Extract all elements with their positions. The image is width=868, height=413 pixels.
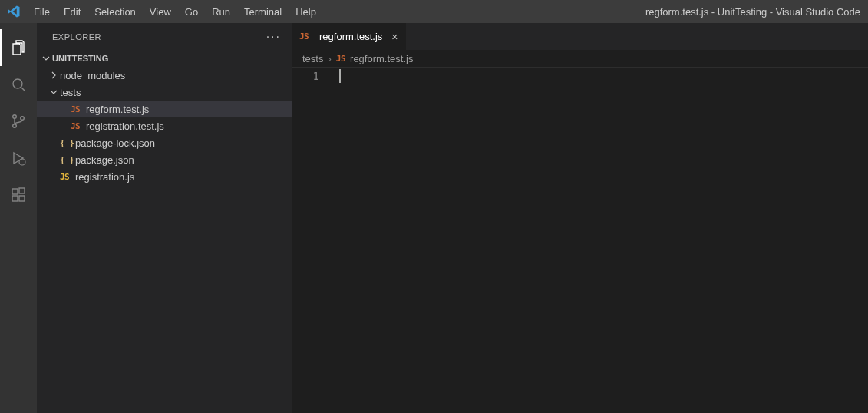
menu-help[interactable]: Help bbox=[289, 2, 323, 22]
menu-file[interactable]: File bbox=[27, 2, 57, 22]
js-file-icon: JS bbox=[336, 54, 345, 64]
svg-point-0 bbox=[13, 79, 22, 88]
js-file-icon: JS bbox=[71, 121, 86, 131]
tree-folder-node-modules[interactable]: node_modules bbox=[37, 67, 292, 84]
line-number: 1 bbox=[292, 69, 319, 84]
explorer-section-header[interactable]: UNITTESTING bbox=[37, 50, 292, 67]
tree-file-registration-js[interactable]: JS registration.js bbox=[37, 168, 292, 185]
search-icon bbox=[9, 75, 28, 94]
tree-file-regform-test[interactable]: JS regform.test.js bbox=[37, 101, 292, 117]
tree-label: registration.js bbox=[75, 171, 134, 183]
activity-explorer[interactable] bbox=[0, 29, 37, 66]
svg-rect-6 bbox=[12, 189, 18, 194]
sidebar-title: EXPLORER bbox=[52, 32, 101, 41]
editor-body[interactable]: 1 bbox=[292, 67, 868, 413]
activity-search[interactable] bbox=[0, 66, 37, 103]
more-actions-icon[interactable]: ··· bbox=[266, 30, 281, 44]
menu-selection[interactable]: Selection bbox=[87, 2, 142, 22]
window-title: regform.test.js - UnitTesting - Visual S… bbox=[645, 6, 860, 18]
tree-label: registration.test.js bbox=[86, 121, 164, 132]
breadcrumb-folder[interactable]: tests bbox=[302, 53, 323, 64]
svg-rect-9 bbox=[19, 188, 25, 193]
js-file-icon: JS bbox=[299, 31, 315, 41]
tree-file-registration-test[interactable]: JS registration.test.js bbox=[37, 117, 292, 134]
chevron-down-icon bbox=[48, 88, 60, 97]
tree-label: node_modules bbox=[60, 70, 125, 81]
tree-file-package-lock[interactable]: { } package-lock.json bbox=[37, 134, 292, 151]
editor-group: JS regform.test.js × tests › JS regform.… bbox=[292, 23, 868, 413]
breadcrumb-file[interactable]: regform.test.js bbox=[350, 53, 413, 64]
activity-run-debug[interactable] bbox=[0, 140, 37, 177]
main-area: EXPLORER ··· UNITTESTING node_modules te… bbox=[0, 23, 868, 413]
close-icon[interactable]: × bbox=[387, 31, 398, 43]
svg-point-3 bbox=[13, 124, 17, 128]
menu-edit[interactable]: Edit bbox=[57, 2, 87, 22]
text-cursor bbox=[339, 69, 341, 83]
activity-extensions[interactable] bbox=[0, 177, 37, 213]
tree-label: tests bbox=[60, 87, 81, 98]
breadcrumbs[interactable]: tests › JS regform.test.js bbox=[292, 50, 868, 67]
files-icon bbox=[9, 38, 28, 57]
svg-point-4 bbox=[21, 117, 25, 121]
svg-point-2 bbox=[13, 115, 17, 119]
tab-regform-test[interactable]: JS regform.test.js × bbox=[292, 23, 406, 50]
line-number-gutter: 1 bbox=[292, 68, 339, 413]
activity-source-control[interactable] bbox=[0, 103, 37, 140]
svg-point-5 bbox=[19, 159, 25, 165]
file-tree: node_modules tests JS regform.test.js JS… bbox=[37, 67, 292, 185]
json-file-icon: { } bbox=[60, 138, 75, 148]
section-label: UNITTESTING bbox=[52, 54, 108, 63]
menu-terminal[interactable]: Terminal bbox=[237, 2, 289, 22]
chevron-down-icon bbox=[40, 54, 52, 63]
menu-bar: File Edit Selection View Go Run Terminal… bbox=[27, 2, 323, 22]
vscode-logo-icon bbox=[0, 5, 27, 18]
js-file-icon: JS bbox=[60, 172, 75, 182]
svg-line-1 bbox=[21, 88, 25, 91]
menu-go[interactable]: Go bbox=[178, 2, 205, 22]
json-file-icon: { } bbox=[60, 155, 75, 165]
editor-tabs: JS regform.test.js × bbox=[292, 23, 868, 50]
js-file-icon: JS bbox=[71, 104, 86, 114]
extensions-icon bbox=[9, 186, 28, 204]
svg-rect-7 bbox=[12, 196, 18, 201]
branch-icon bbox=[9, 112, 28, 131]
menu-run[interactable]: Run bbox=[205, 2, 237, 22]
svg-rect-8 bbox=[19, 196, 25, 201]
code-area[interactable] bbox=[339, 68, 868, 413]
menu-view[interactable]: View bbox=[143, 2, 178, 22]
title-bar: File Edit Selection View Go Run Terminal… bbox=[0, 0, 868, 23]
tree-label: package.json bbox=[75, 154, 134, 166]
tree-file-package-json[interactable]: { } package.json bbox=[37, 151, 292, 168]
tab-label: regform.test.js bbox=[319, 31, 382, 42]
play-bug-icon bbox=[9, 149, 28, 167]
sidebar-header: EXPLORER ··· bbox=[37, 23, 292, 50]
activity-bar bbox=[0, 23, 37, 413]
tree-label: package-lock.json bbox=[75, 137, 155, 149]
tree-label: regform.test.js bbox=[86, 104, 149, 115]
chevron-right-icon bbox=[48, 71, 60, 80]
tree-folder-tests[interactable]: tests bbox=[37, 84, 292, 101]
chevron-right-icon: › bbox=[328, 53, 331, 64]
sidebar-explorer: EXPLORER ··· UNITTESTING node_modules te… bbox=[37, 23, 292, 413]
